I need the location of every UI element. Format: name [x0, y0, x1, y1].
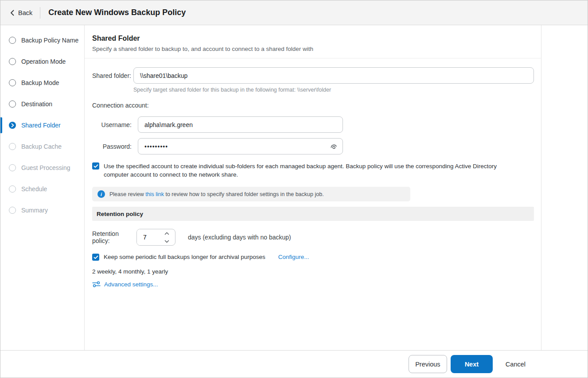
sidebar-step-schedule: Schedule: [0, 178, 84, 200]
show-password-button[interactable]: [330, 143, 338, 150]
info-icon: i: [97, 190, 105, 198]
password-input[interactable]: [138, 138, 343, 154]
this-link[interactable]: this link: [145, 191, 164, 197]
sidebar-step-operation-mode[interactable]: Operation Mode: [0, 51, 84, 72]
retention-section-title: Retention policy: [97, 211, 143, 217]
password-label: Password:: [92, 143, 132, 150]
step-label: Summary: [21, 207, 48, 214]
retention-days-stepper: [136, 229, 175, 246]
cancel-button[interactable]: Cancel: [506, 355, 526, 373]
username-label: Username:: [92, 121, 132, 128]
info-banner-text: Please review this link to review how to…: [109, 191, 324, 197]
page-title: Create New Windows Backup Policy: [48, 8, 186, 17]
step-label: Backup Cache: [21, 143, 62, 150]
step-subtitle: Specify a shared folder to backup to, an…: [92, 46, 534, 52]
step-header: Shared Folder Specify a shared folder to…: [85, 25, 541, 58]
right-gutter: [541, 25, 588, 350]
wizard-steps-sidebar: Backup Policy NameOperation ModeBackup M…: [0, 25, 85, 350]
shared-folder-input[interactable]: [133, 67, 534, 84]
step-label: Shared Folder: [21, 122, 61, 129]
step-circle-icon: [9, 143, 16, 150]
step-circle-icon: [9, 58, 16, 65]
username-input[interactable]: [138, 116, 343, 133]
shared-folder-hint: Specify target shared folder for this ba…: [133, 87, 534, 93]
checkmark-icon: [93, 164, 98, 168]
step-circle-icon: [9, 100, 16, 108]
step-title: Shared Folder: [92, 35, 534, 42]
stepper-down-button[interactable]: [161, 237, 172, 245]
advanced-settings-label: Advanced settings...: [104, 281, 158, 288]
info-text-after: to review how to specify shared folder s…: [164, 191, 324, 197]
retention-days-suffix: days (excluding days with no backup): [188, 234, 291, 241]
retention-days-input[interactable]: [137, 229, 161, 245]
chevron-up-icon: [164, 232, 169, 235]
wizard-footer: Previous Next Cancel: [0, 350, 588, 378]
configure-link[interactable]: Configure...: [278, 254, 309, 260]
retention-section-header: Retention policy: [92, 207, 534, 221]
step-circle-icon: [9, 164, 16, 171]
advanced-settings-link[interactable]: Advanced settings...: [92, 281, 534, 288]
step-circle-icon: [9, 207, 16, 214]
step-circle-icon: [9, 79, 16, 86]
subfolders-checkbox-label: Use the specified account to create indi…: [104, 162, 522, 179]
step-label: Operation Mode: [21, 58, 66, 65]
retention-policy-label: Retention policy:: [92, 230, 136, 244]
step-label: Schedule: [21, 185, 47, 193]
header-divider: [40, 7, 40, 19]
subfolders-checkbox[interactable]: [92, 162, 99, 170]
sidebar-step-shared-folder[interactable]: Shared Folder: [0, 115, 84, 136]
back-button[interactable]: Back: [10, 9, 32, 16]
checkmark-icon: [93, 255, 98, 259]
step-label: Backup Mode: [21, 79, 59, 86]
chevron-right-icon: [11, 123, 14, 127]
step-label: Destination: [21, 100, 52, 108]
chevron-down-icon: [164, 240, 169, 243]
main-panel: Shared Folder Specify a shared folder to…: [85, 25, 541, 350]
step-circle-icon: [9, 122, 16, 129]
sidebar-step-summary: Summary: [0, 200, 84, 221]
chevron-left-icon: [10, 10, 14, 16]
shared-folder-label: Shared folder:: [92, 72, 133, 79]
previous-button[interactable]: Previous: [409, 355, 447, 373]
connection-account-label: Connection account:: [92, 102, 534, 109]
step-circle-icon: [9, 37, 16, 44]
sliders-icon: [92, 281, 101, 288]
info-banner: i Please review this link to review how …: [92, 187, 410, 201]
sidebar-step-destination[interactable]: Destination: [0, 93, 84, 115]
gfs-summary: 2 weekly, 4 monthly, 1 yearly: [92, 268, 534, 275]
next-button[interactable]: Next: [451, 355, 493, 373]
step-label: Backup Policy Name: [21, 37, 78, 44]
step-label: Guest Processing: [21, 164, 70, 171]
sidebar-step-guest-processing: Guest Processing: [0, 157, 84, 178]
back-button-label: Back: [18, 9, 32, 16]
info-text-before: Please review: [109, 191, 145, 197]
sidebar-step-backup-cache: Backup Cache: [0, 136, 84, 157]
sidebar-step-backup-mode[interactable]: Backup Mode: [0, 72, 84, 93]
archival-checkbox-label: Keep some periodic full backups longer f…: [104, 253, 265, 261]
sidebar-step-backup-policy-name[interactable]: Backup Policy Name: [0, 30, 84, 51]
eye-icon: [329, 142, 339, 151]
wizard-header: Back Create New Windows Backup Policy: [0, 0, 588, 25]
step-circle-icon: [9, 185, 16, 193]
archival-checkbox[interactable]: [92, 254, 99, 261]
stepper-up-button[interactable]: [161, 229, 172, 237]
